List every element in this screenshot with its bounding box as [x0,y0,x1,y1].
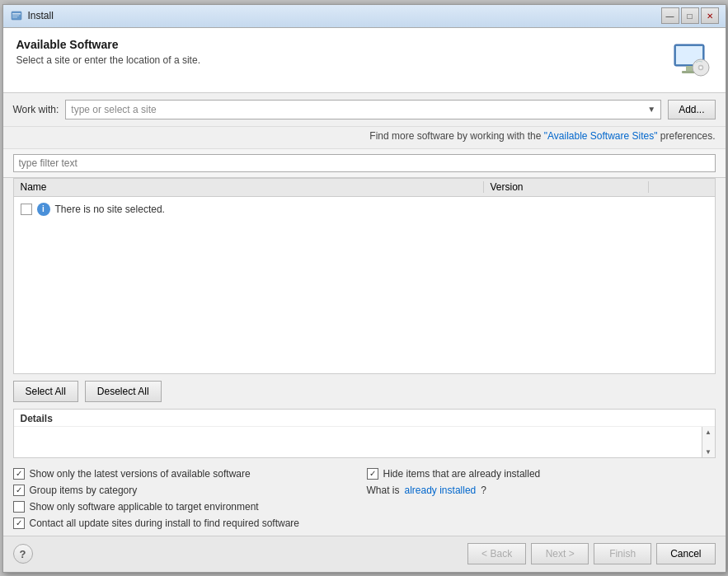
work-with-label: Work with: [13,104,59,115]
back-button[interactable]: < Back [467,543,526,564]
window-icon [10,9,23,22]
finish-button[interactable]: Finish [594,543,651,564]
table-header: Name Version [14,179,715,197]
deselect-all-button[interactable]: Deselect All [85,381,162,402]
option-label-5: Show only software applicable to target … [30,501,259,513]
selection-button-row: Select All Deselect All [3,374,726,409]
filter-row [3,149,726,178]
option-checkbox-1[interactable] [13,468,25,480]
option-row-7: Contact all update sites during install … [13,517,362,529]
filter-input[interactable] [13,154,716,172]
option-checkbox-2[interactable] [367,468,378,480]
help-button[interactable]: ? [13,544,33,564]
page-subtitle: Select a site or enter the location of a… [16,54,200,66]
option-label-4-prefix: What is [367,485,400,496]
row-name-text: There is no site selected. [55,204,165,215]
find-more-row: Find more software by working with the "… [3,127,726,149]
svg-point-10 [699,66,702,68]
title-bar: Install — □ ✕ [3,5,726,28]
details-body: ▲ ▼ [14,427,715,457]
option-row-5: Show only software applicable to target … [13,501,362,513]
option-checkbox-3[interactable] [13,485,25,496]
cancel-button[interactable]: Cancel [656,543,715,564]
main-content: Available Software Select a site or ente… [3,28,726,536]
close-button[interactable]: ✕ [701,7,719,24]
svg-rect-3 [12,17,17,18]
software-table: Name Version i There is no site selected… [13,178,716,374]
title-bar-text: Install [28,10,661,21]
header-text: Available Software Select a site or ente… [16,38,200,66]
details-label: Details [14,410,715,427]
work-with-row: Work with: type or select a site ▼ Add..… [3,93,726,127]
column-header-version: Version [484,181,649,193]
option-label-2: Hide items that are already installed [383,468,541,480]
option-checkbox-5[interactable] [13,501,25,513]
column-header-name: Name [14,181,484,193]
next-button[interactable]: Next > [531,543,589,564]
table-body: i There is no site selected. [14,197,715,373]
header-icon [668,38,712,82]
header-section: Available Software Select a site or ente… [3,28,726,93]
option-label-7: Contact all update sites during install … [30,517,300,529]
options-section: Show only the latest versions of availab… [3,461,726,536]
title-bar-buttons: — □ ✕ [661,7,719,24]
option-label-3: Group items by category [30,485,138,496]
page-title: Available Software [16,38,200,51]
find-more-suffix: preferences. [657,130,715,142]
option-checkbox-7[interactable] [13,517,25,529]
maximize-button[interactable]: □ [681,7,699,24]
svg-rect-2 [12,16,19,16]
already-installed-link[interactable]: already installed [405,485,477,496]
option-label-1: Show only the latest versions of availab… [30,468,251,480]
scroll-up-arrow-icon[interactable]: ▲ [705,428,712,436]
option-row-1: Show only the latest versions of availab… [13,468,362,480]
svg-rect-1 [12,13,21,15]
details-content [14,427,702,457]
option-label-4-suffix: ? [481,485,486,496]
table-row: i There is no site selected. [14,200,715,218]
site-dropdown[interactable]: type or select a site ▼ [65,100,661,119]
site-dropdown-text: type or select a site [71,104,156,115]
option-row-6 [367,501,716,513]
select-all-button[interactable]: Select All [13,381,78,402]
footer-left: ? [13,544,33,564]
footer-buttons: < Back Next > Finish Cancel [467,543,715,564]
footer: ? < Back Next > Finish Cancel [3,536,726,572]
details-scrollbar[interactable]: ▲ ▼ [702,427,715,457]
minimize-button[interactable]: — [661,7,679,24]
find-more-prefix: Find more software by working with the [369,130,543,142]
available-software-sites-link[interactable]: "Available Software Sites" [544,130,658,142]
details-section: Details ▲ ▼ [13,409,716,458]
row-checkbox[interactable] [21,204,32,215]
option-row-3: Group items by category [13,485,362,496]
option-row-2: Hide items that are already installed [367,468,716,480]
add-button[interactable]: Add... [668,100,715,119]
option-row-4: What is already installed ? [367,485,716,496]
dropdown-arrow-icon: ▼ [647,105,655,114]
scroll-down-arrow-icon[interactable]: ▼ [705,448,712,456]
info-icon: i [37,203,50,216]
install-window: Install — □ ✕ Available Software Select … [2,4,726,573]
